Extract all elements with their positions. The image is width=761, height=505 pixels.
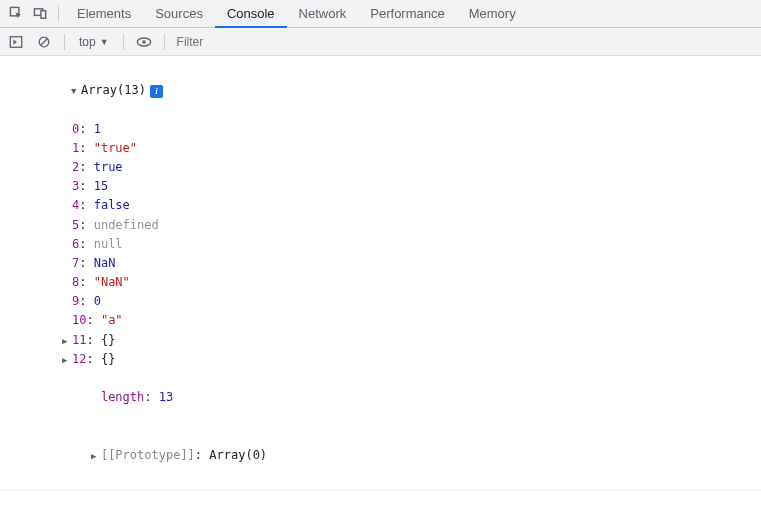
separator	[164, 34, 165, 50]
console-prompt[interactable]	[0, 490, 761, 505]
array-entry-row: 9: 0	[18, 292, 761, 311]
property-name: [[Prototype]]	[101, 448, 195, 462]
live-expression-icon[interactable]	[132, 30, 156, 54]
array-entry-row: 6: null	[18, 235, 761, 254]
array-entry-row: 7: NaN	[18, 254, 761, 273]
tab-memory[interactable]: Memory	[457, 0, 528, 28]
property-value: true	[94, 160, 123, 174]
inspect-icon[interactable]	[4, 2, 28, 26]
clear-console-icon[interactable]	[32, 30, 56, 54]
property-value: Array(0)	[209, 448, 267, 462]
property-value: NaN	[94, 256, 116, 270]
svg-point-7	[142, 40, 146, 44]
chevron-right-icon[interactable]: ▶	[62, 353, 70, 367]
array-length-row: length: 13	[18, 369, 761, 427]
property-value: {}	[101, 352, 115, 366]
console-output: ▼Array(13)i 0: 11: "true"2: true3: 154: …	[0, 56, 761, 490]
array-entry-row: 3: 15	[18, 177, 761, 196]
tab-sources[interactable]: Sources	[143, 0, 215, 28]
toggle-sidebar-icon[interactable]	[4, 30, 28, 54]
property-value: 0	[94, 294, 101, 308]
property-value: "true"	[94, 141, 137, 155]
tab-elements[interactable]: Elements	[65, 0, 143, 28]
array-entry-row[interactable]: ▶11: {}	[18, 331, 761, 350]
console-toolbar: top ▼	[0, 28, 761, 56]
devtools-tabs: Elements Sources Console Network Perform…	[0, 0, 761, 28]
array-entry-row[interactable]: ▶12: {}	[18, 350, 761, 369]
array-prototype-row[interactable]: ▶[[Prototype]]: Array(0)	[18, 427, 761, 485]
property-value: undefined	[94, 218, 159, 232]
property-value: "NaN"	[94, 275, 130, 289]
array-header: Array(13)	[81, 83, 146, 97]
info-icon[interactable]: i	[150, 85, 163, 98]
array-entry-row: 2: true	[18, 158, 761, 177]
filter-input[interactable]	[173, 31, 373, 53]
chevron-right-icon[interactable]: ▶	[62, 334, 70, 348]
property-value: false	[94, 198, 130, 212]
array-entry-row: 8: "NaN"	[18, 273, 761, 292]
tab-network[interactable]: Network	[287, 0, 359, 28]
property-value: 15	[94, 179, 108, 193]
property-name: 12	[72, 352, 86, 366]
property-value: {}	[101, 333, 115, 347]
array-entry-row: 4: false	[18, 196, 761, 215]
property-name: 10	[72, 313, 86, 327]
property-name: length	[101, 390, 144, 404]
separator	[58, 6, 59, 22]
property-name: 11	[72, 333, 86, 347]
array-entry-row: 1: "true"	[18, 139, 761, 158]
context-selector[interactable]: top ▼	[73, 35, 115, 49]
chevron-down-icon: ▼	[100, 37, 109, 47]
property-value: null	[94, 237, 123, 251]
tab-console[interactable]: Console	[215, 0, 287, 28]
device-toggle-icon[interactable]	[28, 2, 52, 26]
array-entry-row: 5: undefined	[18, 216, 761, 235]
chevron-down-icon[interactable]: ▼	[71, 84, 79, 98]
svg-line-5	[41, 38, 48, 45]
property-value: 13	[159, 390, 173, 404]
property-value: "a"	[101, 313, 123, 327]
separator	[64, 34, 65, 50]
array-entry-row: 0: 1	[18, 120, 761, 139]
tab-performance[interactable]: Performance	[358, 0, 456, 28]
chevron-right-icon[interactable]: ▶	[91, 449, 99, 463]
svg-rect-2	[40, 11, 45, 19]
property-value: 1	[94, 122, 101, 136]
context-label: top	[79, 35, 96, 49]
array-entry-row: 10: "a"	[18, 311, 761, 330]
array-header-row[interactable]: ▼Array(13)i	[18, 62, 761, 120]
separator	[123, 34, 124, 50]
